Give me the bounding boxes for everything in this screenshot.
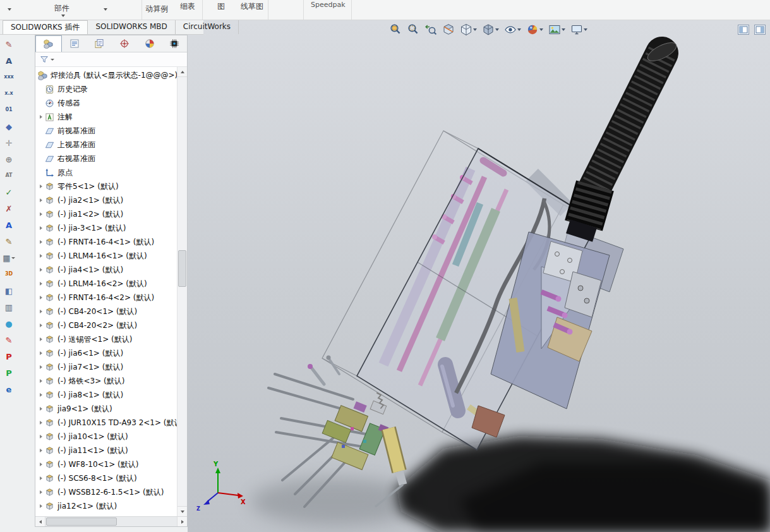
expand-arrow[interactable] [38,267,45,274]
tree-item[interactable]: (-) jia11<1> (默认) [35,444,187,457]
tree-vertical-scrollbar[interactable] [177,67,187,516]
tree-item[interactable]: 前视基准面 [35,124,187,138]
note-icon[interactable]: A [1,55,16,66]
tree-item[interactable]: 注解 [35,110,187,124]
columns-icon[interactable]: ▥ [1,301,16,313]
ribbon-item[interactable]: 部件 [54,3,69,14]
tree-item[interactable]: (-) 送锡管<1> (默认) [35,332,187,346]
dropdown-caret[interactable] [584,28,587,31]
scroll-left-button[interactable] [35,517,45,526]
tree-item[interactable]: (-) FRNT4-16-4<1> (默认) [35,235,187,249]
expand-arrow[interactable] [38,308,45,315]
expand-arrow[interactable] [38,294,45,301]
tree-item[interactable]: (-) CB4-20<1> (默认) [35,305,187,318]
configurationmanager-tab[interactable] [87,35,112,52]
tree-root-item[interactable]: 焊接治具 (默认<显示状态-1@@@>) [35,68,187,82]
tree-item[interactable]: (-) LRLM4-16<1> (默认) [35,249,187,263]
horizontal-scrollbar-thumb[interactable] [46,517,117,526]
expand-arrow[interactable] [38,420,45,426]
previous-view-button[interactable] [424,23,438,37]
check-tolerance-icon[interactable]: ✓ [1,186,16,198]
tree-item[interactable]: (-) CB4-20<2> (默认) [35,318,187,332]
color-markup-icon[interactable]: ✎ [1,334,16,346]
tree-item[interactable]: (-) LRLM4-16<2> (默认) [35,277,187,291]
view-orientation-button[interactable] [459,23,478,37]
model-3d-view[interactable]: Y X Z [188,20,770,532]
expand-arrow[interactable] [38,433,45,440]
capture-3d-view-icon[interactable]: ◧ [1,285,16,296]
ribbon-item[interactable]: 图 [217,1,225,12]
ribbon-item[interactable]: Speedpak [311,1,346,9]
zoom-area-button[interactable] [406,23,420,37]
ribbon-item[interactable]: 细表 [180,1,195,12]
hide-show-items-button[interactable] [503,23,522,37]
dropdown-caret[interactable] [562,28,565,31]
general-table-icon[interactable]: ▦ [1,252,16,263]
scroll-up-button[interactable] [177,67,187,77]
filter-icon[interactable] [40,55,49,64]
tree-item[interactable]: 传感器 [35,96,187,110]
tree-item[interactable]: jia9<1> (默认) [35,402,187,416]
tree-item[interactable]: (-) WF8-10<1> (默认) [35,457,187,471]
tree-item[interactable]: (-) FRNT4-16-4<2> (默认) [35,291,187,305]
edit-appearance-button[interactable] [526,23,544,37]
dropdown-caret[interactable] [61,15,65,17]
tree-item[interactable]: 右视基准面 [35,152,187,166]
filter-caret[interactable] [51,59,54,61]
pdf-green-icon[interactable]: P [1,367,16,378]
tree-item[interactable]: (-) jia8<1> (默认) [35,388,187,402]
apply-scene-button[interactable] [548,23,566,37]
sketch-markup-icon[interactable]: ✎ [1,236,16,247]
expand-arrow[interactable] [38,364,45,371]
expand-arrow[interactable] [38,114,45,121]
tree-horizontal-scrollbar[interactable] [35,516,187,526]
expand-arrow[interactable] [38,239,45,246]
tree-item[interactable]: (-) jia6<1> (默认) [35,346,187,360]
expand-arrow[interactable] [38,183,45,190]
expand-arrow[interactable] [38,336,45,343]
dimxpertmanager-tab[interactable] [112,35,137,52]
vertical-scrollbar-thumb[interactable] [178,250,186,287]
expand-arrow[interactable] [38,281,45,287]
pdf-red-icon[interactable]: P [1,351,16,362]
tree-item[interactable]: (-) SCS6-8<1> (默认) [35,471,187,485]
geometric-tolerance-icon[interactable]: ⊕ [1,154,16,165]
tree-item[interactable]: (-) jia4<1> (默认) [35,263,187,277]
circuitworks-tab[interactable] [162,35,187,52]
dropdown-caret[interactable] [517,28,521,31]
ribbon-item[interactable]: 动算例 [145,4,168,15]
display-style-button[interactable] [481,23,500,37]
dropdown-caret[interactable] [473,28,477,31]
tolerance-dimension-icon[interactable]: x.x [1,88,16,99]
surface-finish-icon[interactable]: AT [1,170,16,181]
view-settings-button[interactable] [570,23,588,37]
expand-arrow[interactable] [38,350,45,357]
graphics-viewport[interactable]: Y X Z [188,20,770,532]
left-pane-toggle-button[interactable] [738,25,749,35]
expand-arrow[interactable] [38,447,45,454]
expand-arrow[interactable] [38,461,45,468]
big-text-icon[interactable]: A [1,219,16,231]
expand-arrow[interactable] [38,197,45,204]
tab-solidworks-addins[interactable]: SOLIDWORKS 插件 [3,20,88,34]
expand-arrow[interactable] [38,225,45,232]
featuremanager-tab[interactable] [35,35,62,52]
tree-item[interactable]: jia12<1> (默认) [35,499,187,513]
expand-arrow[interactable] [38,392,45,399]
dropdown-caret[interactable] [8,8,11,11]
tree-item[interactable]: 原点 [35,166,187,179]
tree-item[interactable]: (-) jia7<1> (默认) [35,360,187,374]
ribbon-item[interactable]: 线草图 [241,1,263,12]
tab-solidworks-mbd[interactable]: SOLIDWORKS MBD [88,20,175,34]
expand-arrow[interactable] [38,253,45,260]
expand-arrow[interactable] [38,406,45,413]
expand-arrow[interactable] [38,489,45,496]
size-dimension-icon[interactable]: xxx [1,71,16,83]
dropdown-caret[interactable] [539,28,543,31]
scroll-right-button[interactable] [177,517,187,526]
3d-pdf-icon[interactable]: 3D [1,269,16,280]
web-publish-icon[interactable]: ● [1,318,16,329]
expand-arrow[interactable] [38,322,45,329]
tree-item[interactable]: (-) jia-3<1> (默认) [35,221,187,235]
dropdown-caret[interactable] [495,28,499,31]
